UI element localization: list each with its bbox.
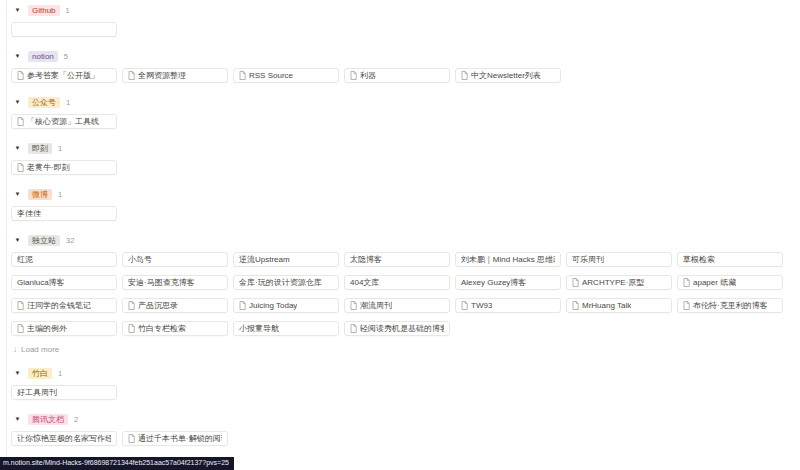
load-more-label: Load more bbox=[21, 345, 59, 354]
group-section-indie: ▼独立站32红泥小岛号逆流Upstream太隐博客刘未鹏｜Mind Hacks … bbox=[11, 234, 800, 354]
collapse-toggle-icon[interactable]: ▼ bbox=[13, 50, 22, 62]
page-card[interactable]: MrHuang Talk bbox=[566, 298, 672, 313]
page-card-title: Gianluca博客 bbox=[17, 277, 65, 288]
page-card[interactable]: ARCHTYPE·原型 bbox=[566, 275, 672, 290]
group-section-gongzhonghao: ▼公众号1「核心资源」工具线 bbox=[11, 96, 800, 129]
page-card[interactable]: 中文Newsletter列表 bbox=[455, 68, 561, 83]
page-card[interactable]: 金库·玩的设计资源仓库 bbox=[233, 275, 339, 290]
page-card[interactable]: RSS Source bbox=[233, 68, 339, 83]
page-card[interactable]: 全网资源整理 bbox=[122, 68, 228, 83]
page-card-title: 老黄牛·即刻 bbox=[27, 162, 70, 173]
page-icon bbox=[350, 301, 357, 310]
group-count: 2 bbox=[74, 415, 78, 424]
group-header-jike: ▼即刻1 bbox=[11, 142, 800, 154]
page-card[interactable]: 草根检索 bbox=[677, 252, 783, 267]
page-card[interactable]: Alexey Guzey博客 bbox=[455, 275, 561, 290]
page-card-title: 「核心资源」工具线 bbox=[27, 116, 99, 127]
page-card[interactable]: 刘未鹏｜Mind Hacks 思维改变生活 bbox=[455, 252, 561, 267]
group-header-gongzhonghao: ▼公众号1 bbox=[11, 96, 800, 108]
page-card[interactable]: 让你惊艳至极的名家写作经验 bbox=[11, 431, 117, 446]
page-icon bbox=[572, 301, 579, 310]
page-card[interactable]: Gianluca博客 bbox=[11, 275, 117, 290]
page-card-title: MrHuang Talk bbox=[582, 301, 631, 310]
statusbar-url: m.notion.site/Mind-Hacks-9f68698721344fe… bbox=[3, 459, 229, 466]
page-card[interactable]: 可乐周刊 bbox=[566, 252, 672, 267]
page-icon bbox=[239, 71, 246, 80]
page-card[interactable]: 李佳佳 bbox=[11, 206, 117, 221]
group-tag-weibo[interactable]: 微博 bbox=[28, 189, 52, 200]
page-card[interactable]: 太隐博客 bbox=[344, 252, 450, 267]
page-card-title: 好工具周刊 bbox=[17, 387, 57, 398]
page-card[interactable]: apaper 纸藏 bbox=[677, 275, 783, 290]
page-card[interactable]: 竹白专栏检索 bbox=[122, 321, 228, 336]
page-card[interactable]: 好工具周刊 bbox=[11, 385, 117, 400]
group-count: 5 bbox=[64, 52, 68, 61]
page-card[interactable]: Juicing Today bbox=[233, 298, 339, 313]
page-card[interactable]: 老黄牛·即刻 bbox=[11, 160, 117, 175]
page-icon bbox=[461, 301, 468, 310]
group-header-notion: ▼notion5 bbox=[11, 50, 800, 62]
group-header-indie: ▼独立站32 bbox=[11, 234, 800, 246]
group-tag-notion[interactable]: notion bbox=[28, 51, 58, 62]
page-card[interactable]: 利器 bbox=[344, 68, 450, 83]
page-icon bbox=[350, 71, 357, 80]
page-card[interactable]: 汪同学的金钱笔记 bbox=[11, 298, 117, 313]
page-card[interactable]: 通过千本书单·解锁的阅读者 bbox=[122, 431, 228, 446]
page-card[interactable]: 潮流周刊 bbox=[344, 298, 450, 313]
group-tag-github[interactable]: Github bbox=[28, 5, 60, 16]
group-tag-jike[interactable]: 即刻 bbox=[28, 143, 52, 154]
page-card-title: 汪同学的金钱笔记 bbox=[27, 300, 91, 311]
card-grid-notion: 参考答案「公开版」全网资源整理RSS Source利器中文Newsletter列… bbox=[11, 68, 800, 83]
group-section-weibo: ▼微博1李佳佳 bbox=[11, 188, 800, 221]
group-tag-tencent-docs[interactable]: 腾讯文档 bbox=[28, 414, 68, 425]
card-grid-gongzhonghao: 「核心资源」工具线 bbox=[11, 114, 800, 129]
collapse-toggle-icon[interactable]: ▼ bbox=[13, 413, 22, 425]
collapse-toggle-icon[interactable]: ▼ bbox=[13, 188, 22, 200]
page-card-title: 让你惊艳至极的名家写作经验 bbox=[17, 433, 111, 444]
page-card[interactable]: 逆流Upstream bbox=[233, 252, 339, 267]
collapse-toggle-icon[interactable]: ▼ bbox=[13, 367, 22, 379]
page-icon bbox=[683, 278, 690, 287]
page-card[interactable]: 红泥 bbox=[11, 252, 117, 267]
load-more-button[interactable]: ↓Load more bbox=[11, 344, 800, 354]
collapse-toggle-icon[interactable]: ▼ bbox=[13, 234, 22, 246]
card-grid-github bbox=[11, 22, 800, 37]
card-grid-jike: 老黄牛·即刻 bbox=[11, 160, 800, 175]
collapse-toggle-icon[interactable]: ▼ bbox=[13, 4, 22, 16]
page-card[interactable]: 「核心资源」工具线 bbox=[11, 114, 117, 129]
group-tag-indie[interactable]: 独立站 bbox=[28, 235, 60, 246]
page-card[interactable]: 小岛号 bbox=[122, 252, 228, 267]
collapse-toggle-icon[interactable]: ▼ bbox=[13, 96, 22, 108]
group-count: 32 bbox=[66, 236, 74, 245]
page-icon bbox=[17, 117, 24, 126]
page-card[interactable]: TW93 bbox=[455, 298, 561, 313]
page-card[interactable]: 布伦特·克里利的博客 bbox=[677, 298, 783, 313]
group-tag-gongzhonghao[interactable]: 公众号 bbox=[28, 97, 60, 108]
group-section-jike: ▼即刻1老黄牛·即刻 bbox=[11, 142, 800, 175]
group-header-weibo: ▼微博1 bbox=[11, 188, 800, 200]
page-card-title: 竹白专栏检索 bbox=[138, 323, 186, 334]
page-icon bbox=[128, 301, 135, 310]
page-card-title: ARCHTYPE·原型 bbox=[582, 277, 644, 288]
link-preview-statusbar: m.notion.site/Mind-Hacks-9f68698721344fe… bbox=[0, 457, 234, 470]
page-card[interactable]: 参考答案「公开版」 bbox=[11, 68, 117, 83]
page-card-title: 参考答案「公开版」 bbox=[27, 70, 99, 81]
group-count: 1 bbox=[66, 6, 70, 15]
page-card[interactable]: 小报童导航 bbox=[233, 321, 339, 336]
group-tag-zhubai[interactable]: 竹白 bbox=[28, 368, 52, 379]
page-card-title: 404文库 bbox=[350, 277, 379, 288]
page-card[interactable]: 主编的例外 bbox=[11, 321, 117, 336]
page-card[interactable]: 产品沉思录 bbox=[122, 298, 228, 313]
page-icon bbox=[461, 71, 468, 80]
page-card-title: 小岛号 bbox=[128, 254, 152, 265]
page-card[interactable] bbox=[11, 22, 117, 37]
group-count: 1 bbox=[58, 144, 62, 153]
page-card-title: 利器 bbox=[360, 70, 376, 81]
page-card[interactable]: 404文库 bbox=[344, 275, 450, 290]
group-section-zhubai: ▼竹白1好工具周刊 bbox=[11, 367, 800, 400]
page-card[interactable]: 安迪·马图查克博客 bbox=[122, 275, 228, 290]
collapse-toggle-icon[interactable]: ▼ bbox=[13, 142, 22, 154]
page-card-title: Juicing Today bbox=[249, 301, 297, 310]
group-count: 1 bbox=[58, 190, 62, 199]
page-card[interactable]: 轻阅读秀机是基础的博客 bbox=[344, 321, 450, 336]
